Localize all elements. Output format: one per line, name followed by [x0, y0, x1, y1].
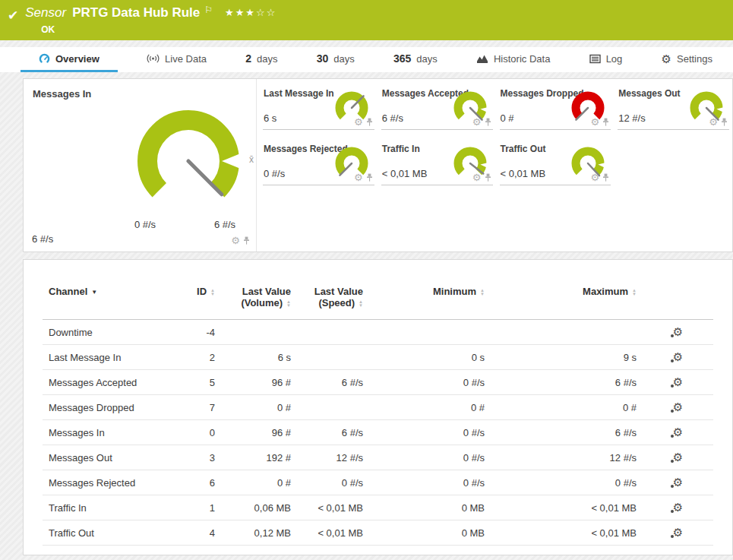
cell-channel: Messages Accepted: [43, 370, 168, 395]
channel-settings-icon[interactable]: ⚙: [673, 476, 683, 488]
cell-id: 7: [168, 395, 221, 420]
channel-settings-icon[interactable]: ⚙: [673, 501, 683, 513]
cell-minimum: 0 MB: [369, 495, 491, 520]
pin-icon[interactable]: [366, 173, 373, 182]
table-row-last-message-in: Last Message In 2 6 s 0 s 9 s ⚙: [43, 345, 713, 370]
column-header-speed[interactable]: Last Value(Speed)▲▼: [297, 280, 369, 320]
sort-icon[interactable]: ▲▼: [632, 289, 637, 296]
column-header-action: [643, 280, 713, 320]
sort-caret-icon[interactable]: ▼: [91, 289, 97, 296]
mini-gauge-messages-dropped: Messages Dropped 0 # ⚙: [500, 86, 611, 130]
pin-icon[interactable]: [602, 173, 609, 182]
sort-icon[interactable]: ▲▼: [286, 300, 291, 308]
cell-channel: Messages Rejected: [43, 470, 168, 495]
channel-settings-icon[interactable]: ⚙: [673, 326, 683, 337]
cell-last-value-speed: 12 #/s: [297, 445, 369, 470]
primary-gauge-title: Messages In: [33, 88, 91, 100]
column-header-max[interactable]: Maximum▲▼: [491, 280, 643, 320]
gear-icon[interactable]: ⚙: [472, 117, 482, 127]
sort-icon[interactable]: ▲▼: [210, 289, 215, 296]
star-filled-icon[interactable]: ★: [225, 7, 235, 18]
channel-table-body: Downtime -4 ⚙ Last Message In 2 6 s 0 s …: [43, 320, 713, 546]
cell-channel: Messages Dropped: [43, 395, 168, 420]
gauge-icon: [39, 53, 50, 65]
tab-2-days[interactable]: 2 days: [235, 47, 287, 72]
gear-icon[interactable]: ⚙: [472, 172, 482, 182]
cell-maximum: 12 #/s: [491, 445, 643, 470]
channel-table: Channel▼ID▲▼Last Value(Volume)▲▼Last Val…: [43, 280, 713, 546]
mini-gauge-value: 6 #/s: [382, 112, 403, 124]
pin-icon[interactable]: [485, 173, 491, 182]
column-header-channel[interactable]: Channel▼: [43, 280, 168, 320]
mini-gauge-value: 6 s: [264, 112, 276, 124]
mini-gauge-title: Messages Out: [618, 88, 680, 99]
star-filled-icon[interactable]: ★: [235, 7, 246, 18]
tab-log[interactable]: Log: [580, 47, 633, 72]
cell-channel: Messages In: [43, 420, 168, 445]
channel-settings-icon[interactable]: ⚙: [673, 351, 683, 362]
primary-gauge-value: 6 #/s: [32, 233, 53, 245]
gear-icon[interactable]: ⚙: [591, 172, 600, 182]
gear-icon[interactable]: ⚙: [354, 172, 363, 182]
pin-icon[interactable]: [485, 118, 491, 126]
tab-historic-data[interactable]: Historic Data: [466, 47, 560, 72]
pin-icon[interactable]: [366, 118, 373, 126]
priority-rating[interactable]: ★★★☆☆: [225, 5, 276, 21]
pin-icon[interactable]: [602, 118, 609, 126]
mini-gauge-messages-rejected: Messages Rejected 0 #/s ⚙: [263, 141, 374, 185]
cell-last-value-speed: 6 #/s: [297, 420, 369, 445]
flag-icon[interactable]: ⚐: [204, 2, 213, 17]
gear-icon[interactable]: ⚙: [591, 117, 600, 127]
gear-icon[interactable]: ⚙: [354, 117, 363, 127]
star-empty-icon[interactable]: ☆: [267, 7, 277, 18]
cell-maximum: 6 #/s: [491, 420, 643, 445]
sensor-title: PRTG Data Hub Rule: [72, 5, 200, 21]
cell-channel: Downtime: [43, 320, 168, 345]
tab-settings[interactable]: ⚙ Settings: [652, 47, 722, 72]
gauge-average-marker: x̄: [249, 154, 254, 165]
sensor-header: ✔ Sensor PRTG Data Hub Rule ⚐ ★★★☆☆ OK: [0, 0, 733, 40]
channel-settings-icon[interactable]: ⚙: [673, 426, 683, 438]
channel-table-header: Channel▼ID▲▼Last Value(Volume)▲▼Last Val…: [43, 280, 713, 320]
tab-365-days[interactable]: 365 days: [384, 47, 447, 72]
sort-icon[interactable]: ▲▼: [359, 300, 363, 308]
cell-last-value-speed: 0 #/s: [297, 470, 369, 495]
table-row-messages-dropped: Messages Dropped 7 0 # 0 # 0 # ⚙: [43, 395, 713, 420]
channel-table-panel: Channel▼ID▲▼Last Value(Volume)▲▼Last Val…: [23, 259, 733, 555]
tab-live-data[interactable]: Live Data: [137, 47, 216, 72]
sort-icon[interactable]: ▲▼: [480, 289, 485, 296]
cell-id: 6: [168, 470, 221, 495]
pin-icon[interactable]: [721, 118, 728, 126]
mini-gauge-messages-out: Messages Out 12 #/s ⚙: [618, 86, 729, 130]
gear-icon[interactable]: ⚙: [231, 236, 240, 245]
status-badge: OK: [41, 24, 276, 35]
column-header-id[interactable]: ID▲▼: [168, 280, 221, 320]
cell-id: 0: [168, 420, 221, 445]
cell-last-value-speed: [297, 395, 369, 420]
cell-id: 5: [168, 370, 221, 395]
cell-channel: Traffic In: [43, 495, 168, 520]
cell-minimum: 0 #/s: [369, 445, 491, 470]
channel-settings-icon[interactable]: ⚙: [673, 376, 683, 388]
tab-overview[interactable]: Overview: [21, 47, 118, 72]
column-header-vol[interactable]: Last Value(Volume)▲▼: [221, 280, 297, 320]
cell-minimum: 0 #/s: [369, 370, 491, 395]
star-filled-icon[interactable]: ★: [245, 7, 256, 18]
channel-settings-icon[interactable]: ⚙: [673, 527, 683, 538]
cell-last-value-volume: 0,06 MB: [221, 495, 297, 520]
gear-icon[interactable]: ⚙: [709, 117, 718, 127]
column-header-min[interactable]: Minimum▲▼: [369, 280, 491, 320]
pin-icon[interactable]: [243, 236, 250, 245]
channel-settings-icon[interactable]: ⚙: [673, 451, 683, 463]
cell-maximum: 6 #/s: [491, 370, 643, 395]
cell-id: 4: [168, 520, 221, 546]
cell-maximum: 0 #: [491, 395, 643, 420]
channel-settings-icon[interactable]: ⚙: [673, 401, 683, 413]
cell-last-value-volume: [221, 320, 297, 345]
tab-30-days[interactable]: 30 days: [307, 47, 365, 72]
cell-last-value-volume: 96 #: [221, 370, 297, 395]
cell-channel: Messages Out: [43, 445, 168, 470]
table-row-messages-out: Messages Out 3 192 # 12 #/s 0 #/s 12 #/s…: [43, 445, 713, 470]
star-empty-icon[interactable]: ☆: [256, 7, 267, 18]
gauges-section: Messages In 0 #/s 6 #/s x̄ 6 #/s ⚙ Last …: [23, 78, 733, 252]
